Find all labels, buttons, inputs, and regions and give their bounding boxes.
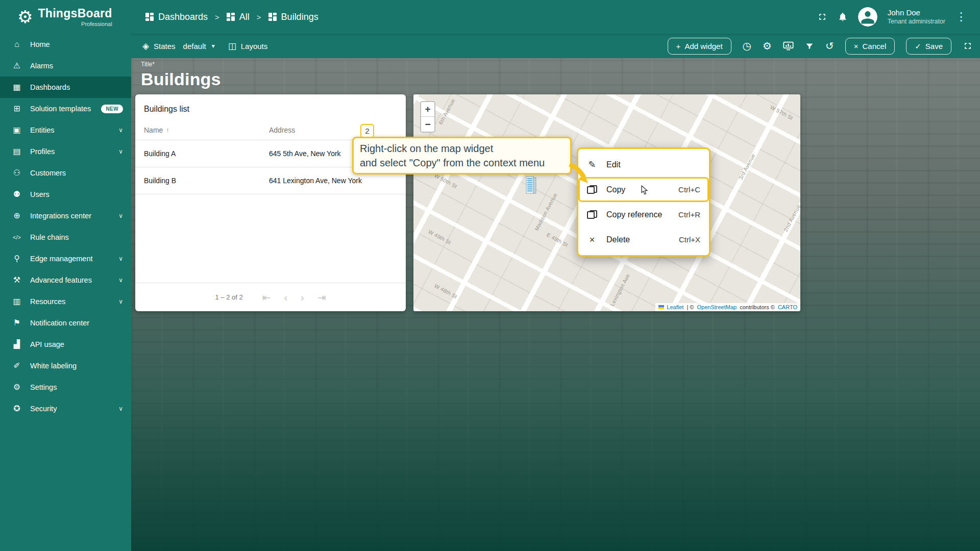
- avatar[interactable]: [858, 7, 877, 27]
- alarms-icon: ⚠: [11, 62, 22, 70]
- toolbar-fullscreen-button[interactable]: [963, 41, 973, 51]
- sidebar-item-white-labeling[interactable]: ✐White labeling: [0, 355, 131, 377]
- column-header-address[interactable]: Address: [269, 126, 397, 134]
- sidebar-item-entities[interactable]: ▣Entities∨: [0, 119, 131, 141]
- fullscreen-icon: [817, 12, 827, 22]
- leaflet-link[interactable]: Leaflet: [667, 304, 683, 310]
- sidebar-item-advanced-features[interactable]: ⚒Advanced features∨: [0, 269, 131, 291]
- first-page-button[interactable]: ⇤: [262, 292, 271, 303]
- breadcrumb-label: Buildings: [281, 12, 318, 22]
- entity-aliases-button[interactable]: [783, 41, 794, 51]
- chevron-down-icon: ∨: [118, 212, 123, 219]
- gear-icon: ⚙: [763, 41, 772, 51]
- profiles-icon: ▤: [11, 147, 22, 156]
- clock-icon: ◷: [743, 41, 751, 51]
- dashboard-settings-button[interactable]: ⚙: [763, 41, 772, 51]
- menu-item-delete[interactable]: × Delete Ctrl+X: [578, 227, 709, 252]
- filters-button[interactable]: [805, 42, 814, 51]
- menu-item-copy[interactable]: Copy Ctrl+C: [578, 177, 709, 202]
- breadcrumb-buildings[interactable]: Buildings: [268, 12, 318, 22]
- next-page-button[interactable]: ›: [301, 292, 304, 303]
- users-icon: ⚉: [11, 190, 22, 198]
- last-page-button[interactable]: ⇥: [317, 292, 326, 303]
- page-title[interactable]: Buildings: [141, 69, 221, 89]
- avatar-icon: [858, 7, 877, 27]
- pagination-range: 1 – 2 of 2: [215, 293, 242, 301]
- brand-subtitle: Professional: [81, 21, 112, 27]
- chevron-down-icon: ∨: [118, 148, 123, 155]
- fullscreen-button[interactable]: [817, 12, 827, 22]
- sidebar-item-resources[interactable]: ▥Resources∨: [0, 291, 131, 312]
- sidebar-item-solution-templates[interactable]: ⊞Solution templatesNEW: [0, 98, 131, 119]
- more-vert-icon: ⋮: [955, 11, 967, 22]
- sidebar: ⌂Home ⚠Alarms ▦Dashboards ⊞Solution temp…: [0, 34, 131, 551]
- pagination-controls: ⇤ ‹ › ⇥: [262, 292, 326, 303]
- breadcrumb-all[interactable]: All: [227, 12, 250, 22]
- prev-page-button[interactable]: ‹: [284, 292, 287, 303]
- menu-item-copy-reference[interactable]: Copy reference Ctrl+R: [578, 202, 709, 227]
- layouts-label: Layouts: [241, 42, 268, 51]
- sidebar-item-security[interactable]: ✪Security∨: [0, 398, 131, 419]
- states-label: States: [154, 42, 176, 51]
- bell-icon: [838, 11, 848, 22]
- save-button[interactable]: ✓ Save: [906, 38, 951, 55]
- breadcrumb-separator: >: [215, 13, 219, 21]
- fullscreen-icon: [963, 41, 973, 51]
- layouts-button[interactable]: ◫ Layouts: [228, 42, 268, 51]
- map-zoom-control: + −: [420, 101, 435, 133]
- brand[interactable]: ⚙ ThingsBoard Professional: [0, 7, 131, 27]
- title-field-label: Title*: [141, 61, 221, 68]
- breadcrumb: Dashboards > All > Buildings: [145, 12, 318, 22]
- carto-link[interactable]: CARTO: [778, 304, 797, 310]
- zoom-in-button[interactable]: +: [421, 102, 434, 117]
- states-select[interactable]: ◈ States default ▾: [142, 42, 215, 51]
- sidebar-item-api-usage[interactable]: ▟API usage: [0, 334, 131, 355]
- dropdown-caret-icon: ▾: [212, 42, 215, 49]
- notification-icon: ⚑: [11, 319, 22, 327]
- layers-icon: ◈: [142, 42, 149, 51]
- version-history-button[interactable]: ↺: [825, 41, 834, 51]
- osm-link[interactable]: OpenStreetMap: [697, 304, 737, 310]
- cancel-button[interactable]: × Cancel: [845, 38, 895, 55]
- sidebar-item-users[interactable]: ⚉Users: [0, 184, 131, 205]
- entities-icon: ▣: [11, 126, 22, 134]
- sidebar-item-home[interactable]: ⌂Home: [0, 34, 131, 55]
- sidebar-item-settings[interactable]: ⚙Settings: [0, 377, 131, 398]
- brand-title: ThingsBoard: [38, 7, 112, 20]
- breadcrumb-dashboards[interactable]: Dashboards: [145, 12, 208, 22]
- new-badge: NEW: [101, 105, 123, 113]
- table-filler: [135, 194, 406, 283]
- sidebar-item-profiles[interactable]: ▤Profiles∨: [0, 141, 131, 162]
- sidebar-item-integrations-center[interactable]: ⊕Integrations center∨: [0, 205, 131, 227]
- sidebar-item-notification-center[interactable]: ⚑Notification center: [0, 312, 131, 334]
- widget-title: Buildings list: [135, 94, 406, 120]
- solution-templates-icon: ⊞: [11, 105, 22, 113]
- plus-icon: +: [676, 42, 681, 50]
- dashboard-grid-icon: [268, 13, 277, 21]
- chevron-down-icon: ∨: [118, 277, 123, 284]
- column-header-name[interactable]: Name ↑: [144, 126, 269, 134]
- tutorial-tooltip: Right-click on the map widget and select…: [352, 137, 572, 174]
- white-labeling-icon: ✐: [11, 362, 22, 370]
- sidebar-item-edge-management[interactable]: ⚲Edge management∨: [0, 248, 131, 269]
- app-header: ⚙ ThingsBoard Professional Dashboards > …: [0, 0, 980, 34]
- sidebar-item-customers[interactable]: ⚇Customers: [0, 162, 131, 184]
- user-role: Tenant administrator: [888, 18, 945, 26]
- menu-item-edit[interactable]: ✎ Edit: [578, 152, 709, 177]
- sort-asc-icon: ↑: [166, 126, 169, 134]
- building-marker[interactable]: [524, 175, 538, 198]
- sidebar-item-rule-chains[interactable]: </>Rule chains: [0, 227, 131, 248]
- cell-address: 641 Lexington Ave, New York: [269, 177, 397, 185]
- dashboard-title-block: Title* Buildings: [141, 61, 221, 89]
- zoom-out-button[interactable]: −: [421, 117, 434, 132]
- notifications-button[interactable]: [838, 11, 848, 22]
- sidebar-item-dashboards[interactable]: ▦Dashboards: [0, 77, 131, 98]
- time-window-button[interactable]: ◷: [743, 41, 751, 51]
- breadcrumb-label: Dashboards: [158, 12, 208, 22]
- sidebar-item-alarms[interactable]: ⚠Alarms: [0, 55, 131, 77]
- header-actions: John Doe Tenant administrator ⋮: [817, 7, 980, 27]
- more-menu-button[interactable]: ⋮: [955, 11, 967, 22]
- add-widget-button[interactable]: + Add widget: [668, 38, 731, 55]
- check-icon: ✓: [915, 42, 921, 50]
- toolbar-left: ◈ States default ▾ ◫ Layouts: [142, 42, 267, 51]
